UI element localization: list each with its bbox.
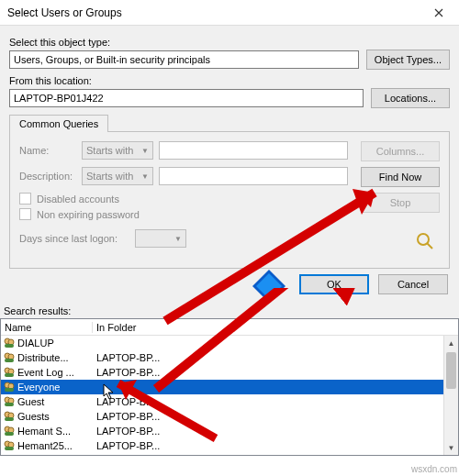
list-item-folder: LAPTOP-BP... — [93, 367, 458, 378]
ok-button[interactable]: OK — [299, 274, 369, 294]
tab-panel: Name: Starts with ▼ Description: Starts … — [9, 131, 450, 269]
list-item-name: Everyone — [17, 382, 93, 393]
location-label: From this location: — [9, 75, 450, 86]
name-input[interactable] — [159, 141, 348, 160]
cancel-button[interactable]: Cancel — [378, 274, 448, 294]
name-label: Name: — [19, 145, 76, 156]
watermark: wsxdn.com — [411, 464, 457, 474]
scroll-down-icon[interactable]: ▼ — [444, 440, 458, 455]
stop-button: Stop — [361, 193, 440, 213]
list-item-name: DIALUP — [17, 338, 93, 349]
group-icon — [3, 454, 16, 456]
list-header[interactable]: Name In Folder — [1, 319, 458, 336]
svg-rect-3 — [5, 344, 14, 348]
column-folder[interactable]: In Folder — [93, 322, 458, 333]
list-item-folder: LAPTOP-BP... — [93, 440, 458, 451]
list-item[interactable]: GuestsLAPTOP-BP... — [1, 409, 458, 424]
select-users-dialog: Select Users or Groups Select this objec… — [0, 0, 459, 456]
list-item-selected[interactable]: Everyone — [1, 380, 458, 394]
group-icon — [3, 366, 16, 379]
column-name[interactable]: Name — [1, 322, 93, 333]
description-label: Description: — [19, 171, 76, 182]
scroll-thumb[interactable] — [446, 352, 456, 389]
checkbox-icon — [19, 208, 31, 220]
list-item[interactable]: Event Log ...LAPTOP-BP... — [1, 365, 458, 380]
list-item-folder: LAPTOP-BP... — [93, 426, 458, 437]
list-item[interactable]: Hemant25...LAPTOP-BP... — [1, 438, 458, 453]
results-list[interactable]: Name In Folder DIALUPDistribute...LAPTOP… — [0, 318, 459, 456]
list-item[interactable]: GuestLAPTOP-BP... — [1, 394, 458, 409]
group-icon — [3, 381, 16, 393]
svg-rect-15 — [5, 403, 14, 406]
list-item-folder: LAPTOP-BP... — [93, 396, 458, 407]
list-item[interactable]: DIALUP — [1, 336, 458, 350]
search-results-label: Search results: — [0, 302, 459, 318]
list-item-name: Hemant S... — [17, 426, 93, 437]
group-icon — [3, 351, 16, 364]
list-item-folder: LAPTOP-BP... — [93, 455, 458, 456]
scrollbar[interactable]: ▲ ▼ — [443, 336, 458, 455]
checkbox-icon — [19, 193, 31, 205]
tab-common-queries[interactable]: Common Queries — [9, 115, 108, 132]
description-input[interactable] — [159, 167, 348, 185]
list-item-name: Hemant25... — [17, 440, 93, 451]
svg-rect-21 — [5, 432, 14, 436]
description-combo: Starts with ▼ — [82, 167, 153, 185]
object-type-label: Select this object type: — [9, 37, 450, 48]
svg-rect-18 — [5, 417, 14, 421]
svg-rect-24 — [5, 447, 14, 450]
svg-rect-9 — [5, 373, 14, 377]
group-icon — [3, 425, 16, 437]
search-spyglass-icon — [412, 231, 440, 251]
list-item-folder: LAPTOP-BP... — [93, 352, 458, 363]
chevron-down-icon: ▼ — [174, 235, 182, 243]
list-item-name: Distribute... — [17, 352, 93, 363]
days-combo: ▼ — [135, 229, 186, 248]
close-icon — [434, 8, 443, 17]
group-icon — [3, 410, 16, 423]
object-type-field[interactable]: Users, Groups, or Built-in security prin… — [9, 50, 359, 69]
days-since-logon-label: Days since last logon: — [19, 233, 129, 244]
list-item-name: Guest — [17, 396, 93, 407]
tabs: Common Queries Name: Starts with ▼ Descr… — [9, 114, 450, 269]
titlebar: Select Users or Groups — [0, 0, 459, 26]
group-icon — [3, 395, 16, 408]
svg-rect-6 — [5, 359, 14, 362]
location-field[interactable]: LAPTOP-BP01J422 — [9, 89, 364, 107]
list-item[interactable]: Hemant S...LAPTOP-BP... — [1, 424, 458, 438]
object-types-button[interactable]: Object Types... — [366, 50, 450, 70]
list-item-name: Guests — [17, 411, 93, 422]
list-item[interactable]: Distribute...LAPTOP-BP... — [1, 350, 458, 365]
scroll-up-icon[interactable]: ▲ — [444, 336, 458, 350]
svg-rect-12 — [5, 388, 14, 392]
find-now-button[interactable]: Find Now — [361, 167, 440, 187]
non-expiring-check: Non expiring password — [19, 208, 348, 220]
list-item-folder: LAPTOP-BP... — [93, 411, 458, 422]
chevron-down-icon: ▼ — [141, 147, 149, 155]
columns-button: Columns... — [361, 141, 440, 161]
locations-button[interactable]: Locations... — [371, 88, 450, 108]
group-icon — [3, 439, 16, 452]
close-button[interactable] — [419, 0, 459, 26]
group-icon — [3, 337, 16, 349]
disabled-accounts-check: Disabled accounts — [19, 193, 348, 205]
name-combo: Starts with ▼ — [82, 141, 153, 160]
list-item-name: Hyper-V A... — [17, 455, 93, 456]
chevron-down-icon: ▼ — [141, 172, 149, 181]
list-item[interactable]: Hyper-V A...LAPTOP-BP... — [1, 453, 458, 456]
list-item-name: Event Log ... — [17, 367, 93, 378]
window-title: Select Users or Groups — [7, 6, 122, 19]
dialog-body: Select this object type: Users, Groups, … — [0, 26, 459, 302]
